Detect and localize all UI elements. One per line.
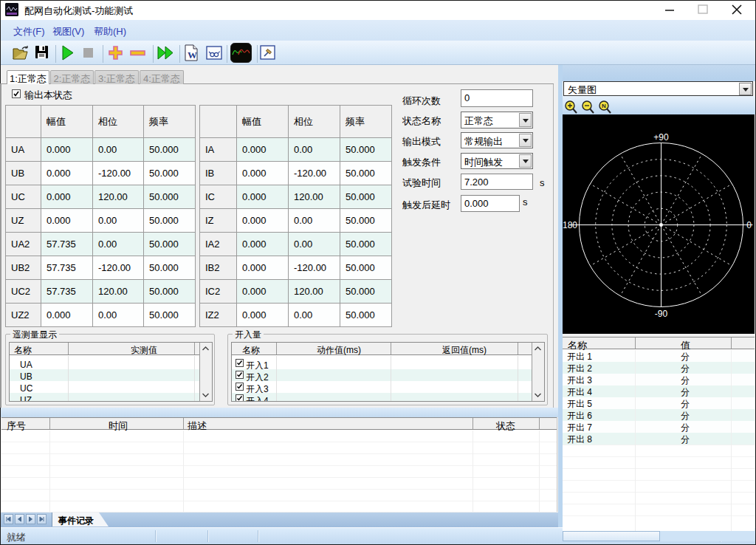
svg-text:W: W (188, 49, 197, 61)
svg-text:N: N (602, 103, 606, 109)
svg-text:-90: -90 (655, 309, 668, 319)
svg-text:+90: +90 (653, 132, 669, 143)
svg-text:0: 0 (746, 220, 752, 230)
svg-text:180: 180 (563, 220, 577, 230)
